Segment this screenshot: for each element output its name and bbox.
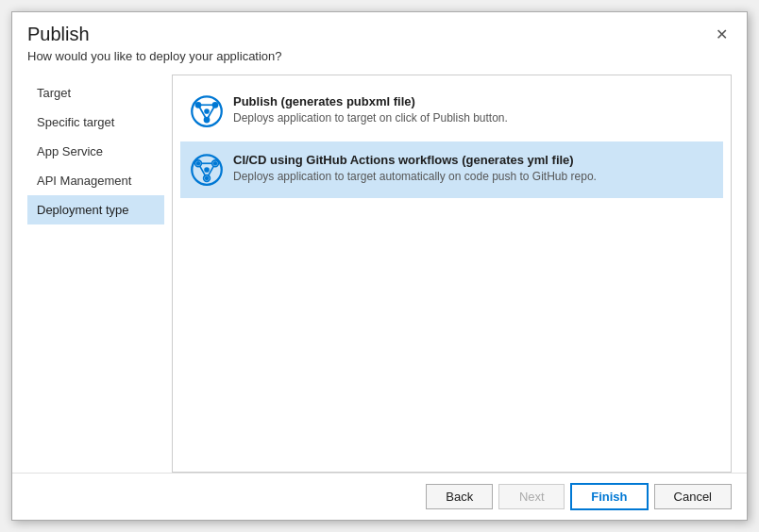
option-cicd[interactable]: CI/CD using GitHub Actions workflows (ge… [180, 141, 723, 198]
svg-point-16 [196, 161, 201, 166]
dialog-body: Target Specific target App Service API M… [12, 75, 747, 473]
footer: Back Next Finish Cancel [12, 473, 747, 520]
sidebar: Target Specific target App Service API M… [27, 75, 164, 473]
publish-option-title: Publish (generates pubxml file) [233, 94, 714, 108]
publish-icon [190, 94, 224, 128]
cicd-option-title: CI/CD using GitHub Actions workflows (ge… [233, 153, 714, 167]
title-bar: Publish ✕ [12, 12, 747, 45]
finish-button[interactable]: Finish [570, 483, 648, 510]
svg-point-17 [213, 161, 218, 166]
sidebar-item-app-service[interactable]: App Service [27, 137, 164, 166]
content-area: Publish (generates pubxml file) Deploys … [172, 75, 732, 473]
publish-option-text: Publish (generates pubxml file) Deploys … [233, 94, 714, 125]
option-publish[interactable]: Publish (generates pubxml file) Deploys … [180, 83, 723, 140]
next-button[interactable]: Next [498, 484, 565, 509]
cancel-button[interactable]: Cancel [654, 484, 732, 509]
sidebar-item-target[interactable]: Target [27, 78, 164, 108]
dialog-title: Publish [27, 24, 90, 45]
cicd-icon [190, 153, 224, 187]
cicd-option-desc: Deploys application to target automatica… [233, 170, 714, 183]
publish-option-desc: Deploys application to target on click o… [233, 111, 714, 125]
cicd-option-text: CI/CD using GitHub Actions workflows (ge… [233, 153, 714, 183]
svg-point-15 [204, 167, 210, 173]
publish-dialog: Publish ✕ How would you like to deploy y… [11, 11, 748, 521]
sidebar-item-deployment-type[interactable]: Deployment type [27, 195, 164, 224]
svg-point-18 [205, 176, 210, 181]
sidebar-item-specific-target[interactable]: Specific target [27, 108, 164, 137]
back-button[interactable]: Back [426, 484, 493, 509]
close-button[interactable]: ✕ [712, 25, 732, 44]
svg-point-7 [204, 108, 210, 114]
sidebar-item-api-management[interactable]: API Management [27, 166, 164, 195]
dialog-subtitle: How would you like to deploy your applic… [12, 45, 747, 75]
